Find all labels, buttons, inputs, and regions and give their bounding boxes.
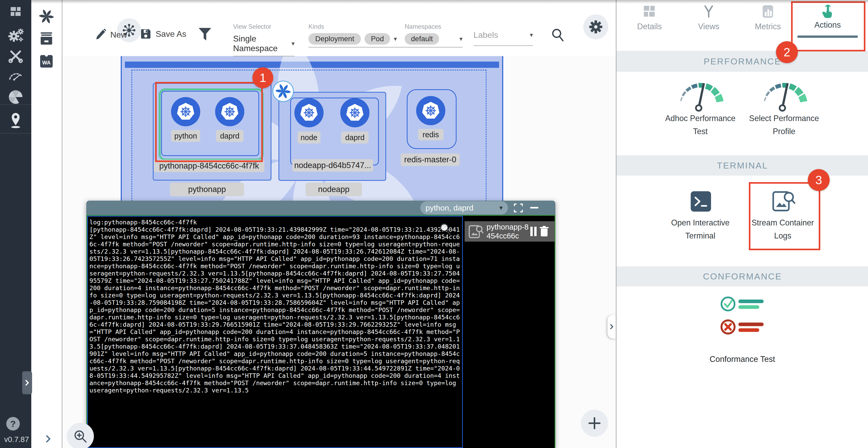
gear-icon xyxy=(589,20,602,34)
help-icon[interactable]: ? xyxy=(6,417,20,430)
log-session-item[interactable]: pythonapp-8454cc66c xyxy=(465,221,555,242)
top-shadow xyxy=(31,0,868,4)
pie-icon[interactable] xyxy=(0,88,31,107)
magnifier-icon[interactable] xyxy=(439,222,452,236)
logo-rail: WA xyxy=(31,0,62,448)
speedometer-icon[interactable] xyxy=(0,66,31,85)
namespaces-filter[interactable]: Namespaces default ▾ xyxy=(405,23,463,48)
kubernetes-icon xyxy=(345,102,365,123)
log-output-pane[interactable]: log:pythonapp-8454cc66c-4f7fk [pythonapp… xyxy=(87,216,463,448)
kinds-label: Kinds xyxy=(308,23,409,30)
pause-icon[interactable] xyxy=(530,227,536,236)
sidebar-expand-chevron[interactable] xyxy=(22,371,32,394)
terminal-header[interactable]: python, daprd ▾ xyxy=(86,201,555,215)
sidebar-divider xyxy=(0,133,31,133)
views-icon xyxy=(702,5,715,18)
gauge-icon xyxy=(670,73,730,117)
pod-label: redis-master-0 xyxy=(401,153,460,166)
labels-filter[interactable]: Labels ▾ xyxy=(473,29,533,46)
fullscreen-icon[interactable] xyxy=(514,203,523,213)
terminal-icon xyxy=(691,191,711,212)
kind-chip[interactable]: Pod xyxy=(365,33,390,44)
trash-icon[interactable] xyxy=(539,226,549,237)
app-label: nodeapp xyxy=(306,183,362,196)
location-pin-icon[interactable] xyxy=(0,109,31,129)
dashboard-icon[interactable] xyxy=(0,3,31,21)
right-panel: Details Views Metrics Actions PERFORMANC… xyxy=(616,0,868,448)
app-label: pythonapp xyxy=(170,183,244,196)
terminal-body: log:pythonapp-8454cc66c-4f7fk [pythonapp… xyxy=(86,215,555,448)
archive-icon[interactable] xyxy=(31,29,61,48)
new-button[interactable]: New xyxy=(95,29,127,41)
left-sidebar: ? v0.7.87 xyxy=(0,0,31,448)
chevron-down-icon: ▾ xyxy=(459,35,463,42)
section-conformance: CONFORMANCE xyxy=(616,266,868,287)
pinwheel-logo[interactable] xyxy=(31,7,61,26)
kind-chip[interactable]: Deployment xyxy=(308,33,361,44)
chevron-down-icon: ▾ xyxy=(394,35,397,42)
gears-icon[interactable] xyxy=(0,26,31,45)
session-name: pythonapp-8454cc66c xyxy=(487,222,529,240)
kinds-filter[interactable]: Kinds Deployment Pod ▾ xyxy=(308,23,409,48)
annotation-badge-3: 3 xyxy=(808,169,830,191)
minimize-icon[interactable] xyxy=(530,207,538,208)
pod-label: nodeapp-d64b5747... xyxy=(292,159,373,172)
log-session-pane: pythonapp-8454cc66c xyxy=(463,216,555,446)
rail-expand-chevron[interactable] xyxy=(44,434,53,444)
details-icon xyxy=(643,5,656,18)
tools-icon[interactable] xyxy=(0,47,31,65)
annotation-badge-2: 2 xyxy=(776,41,798,63)
add-button[interactable] xyxy=(581,410,608,437)
container-label: daprd xyxy=(341,131,369,144)
action-open-interactive-terminal[interactable]: Open Interactive Terminal xyxy=(668,216,733,242)
view-selector-value: Single Namespace xyxy=(233,34,291,53)
pencil-icon xyxy=(95,29,106,41)
version-label: v0.7.87 xyxy=(4,435,29,444)
section-terminal: TERMINAL xyxy=(616,155,868,176)
container-label: node xyxy=(298,131,320,144)
container-selector-dropdown[interactable]: python, daprd ▾ xyxy=(420,201,508,214)
search-icon[interactable] xyxy=(551,28,564,42)
view-selector-label: View Selector xyxy=(233,23,294,30)
container-redis[interactable] xyxy=(416,96,445,125)
namespace-chip[interactable]: default xyxy=(405,33,439,44)
chevron-down-icon: ▾ xyxy=(499,204,503,212)
kubernetes-icon xyxy=(421,100,441,121)
save-as-button[interactable]: Save As xyxy=(140,28,186,40)
container-node[interactable] xyxy=(294,98,323,127)
action-adhoc-performance-test[interactable]: Adhoc Performance Test xyxy=(664,112,737,138)
namespaces-label: Namespaces xyxy=(405,23,463,30)
kubernetes-icon xyxy=(299,102,319,123)
annotation-badge-1: 1 xyxy=(252,67,273,88)
container-label: redis xyxy=(418,129,443,140)
panel-expand-chevron[interactable] xyxy=(608,315,616,338)
stream-logs-icon xyxy=(468,225,484,238)
tab-views[interactable]: Views xyxy=(681,5,736,31)
sidebar-divider xyxy=(0,104,31,105)
save-icon xyxy=(140,28,152,40)
metrics-icon xyxy=(762,5,774,18)
annotation-rect-1 xyxy=(155,82,263,162)
tab-metrics[interactable]: Metrics xyxy=(741,5,795,31)
annotation-rect-3 xyxy=(749,182,820,250)
action-conformance-test[interactable]: Conformance Test xyxy=(703,353,781,366)
new-label: New xyxy=(110,30,127,40)
view-selector[interactable]: View Selector Single Namespace ▾ xyxy=(233,23,294,56)
container-selector-value: python, daprd xyxy=(426,204,473,212)
annotation-rect-2 xyxy=(791,1,865,51)
labels-placeholder: Labels xyxy=(473,30,498,40)
container-daprd[interactable] xyxy=(340,98,369,127)
chevron-down-icon: ▾ xyxy=(530,31,533,39)
dapr-badge-icon xyxy=(273,81,294,102)
section-performance: PERFORMANCE xyxy=(616,51,868,72)
conformance-icon xyxy=(718,294,770,338)
tab-details[interactable]: Details xyxy=(622,5,677,31)
action-select-performance-profile[interactable]: Select Performance Profile xyxy=(748,112,820,138)
settings-gear-button[interactable] xyxy=(583,14,608,39)
log-terminal-window: python, daprd ▾ log:pythonapp-8454cc66c-… xyxy=(86,201,555,448)
wa-badge[interactable]: WA xyxy=(31,52,61,70)
filter-icon[interactable] xyxy=(198,27,212,41)
chevron-down-icon: ▾ xyxy=(291,40,294,47)
zoom-in-button[interactable] xyxy=(67,423,94,448)
log-text: log:pythonapp-8454cc66c-4f7fk [pythonapp… xyxy=(88,216,462,394)
